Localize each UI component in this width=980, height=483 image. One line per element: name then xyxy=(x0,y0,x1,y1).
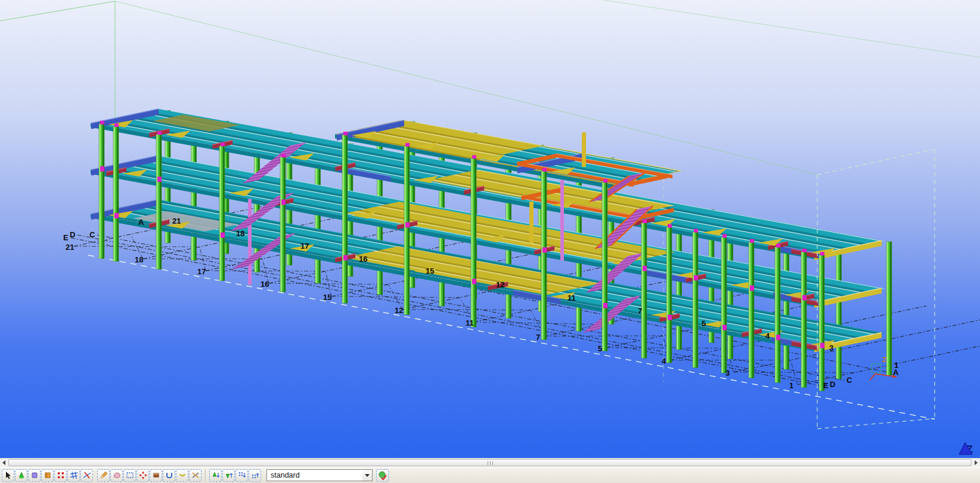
select-assemblies-down-icon xyxy=(211,470,221,480)
horizontal-scrollbar[interactable] xyxy=(0,458,980,467)
combobox-dropdown-button[interactable] xyxy=(362,470,372,481)
select-views-icon xyxy=(125,470,135,480)
select-objects-down-button[interactable] xyxy=(235,469,248,482)
select-all-button[interactable] xyxy=(2,469,14,482)
select-assemblies-up-icon xyxy=(224,470,234,480)
grid-label: D xyxy=(830,380,835,389)
select-assemblies-down-button[interactable] xyxy=(209,469,222,482)
select-objects-down-icon xyxy=(237,470,247,480)
grid-label: 11 xyxy=(567,293,576,302)
select-objects-up-icon xyxy=(250,470,260,480)
select-components-icon xyxy=(30,470,39,480)
scroll-left-button[interactable] xyxy=(0,459,8,467)
select-assemblies-icon xyxy=(43,470,52,480)
grid-label: D xyxy=(70,230,75,239)
selection-filter-button[interactable] xyxy=(376,469,389,482)
grid-label: 12 xyxy=(496,280,504,289)
selection-switches-strip xyxy=(2,469,262,482)
selection-filter-combobox[interactable]: standard xyxy=(266,469,373,481)
grid-label: C xyxy=(846,376,852,385)
grid-label: 7 xyxy=(638,306,642,315)
grid-label: 11 xyxy=(466,318,474,327)
grid-label: 4 xyxy=(662,357,666,366)
select-reinforcing-bars-icon xyxy=(178,470,187,480)
select-components-button[interactable] xyxy=(28,469,41,482)
scrollbar-grip-icon xyxy=(488,461,493,465)
select-reinforcing-bars-button[interactable] xyxy=(176,469,188,482)
grid-label: 15 xyxy=(323,293,331,302)
grid-label: 21 xyxy=(172,216,181,225)
selection-filter-icon xyxy=(378,470,387,480)
select-assemblies-up-button[interactable] xyxy=(222,469,235,482)
select-all-icon xyxy=(4,470,13,480)
grid-label: 17 xyxy=(197,267,206,276)
select-parts-icon xyxy=(17,470,26,480)
scroll-left-arrow-icon xyxy=(2,460,5,465)
grid-label: C xyxy=(89,230,95,239)
select-welds-icon xyxy=(165,470,174,480)
select-objects-up-button[interactable] xyxy=(249,469,261,482)
select-points-icon xyxy=(56,470,66,480)
grid-label: 21 xyxy=(66,243,74,252)
grid-label: 15 xyxy=(426,267,434,275)
tekla-window: 21181716151211754312118171615121175431ED… xyxy=(0,0,980,483)
grid-label: A xyxy=(138,218,144,227)
select-assemblies-button[interactable] xyxy=(41,469,54,482)
grid-label: 4 xyxy=(765,332,770,340)
grid-label: 17 xyxy=(300,242,309,250)
select-fittings-icon xyxy=(138,470,148,480)
select-surfaces-icon xyxy=(112,470,122,480)
grid-label: 5 xyxy=(598,344,602,353)
scroll-right-arrow-icon xyxy=(975,460,978,465)
select-grid-lines-button[interactable] xyxy=(80,469,93,482)
select-views-button[interactable] xyxy=(123,469,136,482)
select-grids-button[interactable] xyxy=(67,469,80,482)
grid-label: 12 xyxy=(395,306,403,315)
grid-label: 3 xyxy=(829,343,833,352)
scrollbar-track[interactable] xyxy=(8,459,972,467)
grid-label: 16 xyxy=(260,280,269,289)
select-cuts-icon xyxy=(99,470,108,480)
select-grid-lines-icon xyxy=(82,470,92,480)
grid-label: 7 xyxy=(536,333,540,342)
selection-filter-slot xyxy=(376,469,389,482)
grid-label: 5 xyxy=(702,319,706,328)
select-cuts-button[interactable] xyxy=(97,469,110,482)
scroll-right-button[interactable] xyxy=(972,459,980,467)
grid-label: E xyxy=(63,233,69,242)
chevron-down-icon xyxy=(365,474,370,477)
select-points-button[interactable] xyxy=(54,469,67,482)
select-fittings-button[interactable] xyxy=(137,469,149,482)
work-plane-z-label: Z xyxy=(882,356,886,363)
grid-label: 3 xyxy=(725,369,730,377)
grid-label: 18 xyxy=(236,229,244,238)
select-grids-icon xyxy=(69,470,79,480)
select-bolts-icon xyxy=(191,470,200,480)
select-parts-button[interactable] xyxy=(15,469,27,482)
select-connections-icon xyxy=(151,470,161,480)
selection-toolbar: standard xyxy=(0,467,980,483)
grid-label: 16 xyxy=(359,255,367,264)
select-welds-button[interactable] xyxy=(163,469,175,482)
select-surfaces-button[interactable] xyxy=(110,469,123,482)
select-bolts-button[interactable] xyxy=(189,469,201,482)
grid-label: 18 xyxy=(135,255,143,264)
selection-filter-value: standard xyxy=(271,471,362,479)
grid-label: E xyxy=(823,381,829,390)
model-viewport[interactable]: 21181716151211754312118171615121175431ED… xyxy=(0,0,980,458)
grid-label: 1 xyxy=(789,381,793,390)
scrollbar-thumb[interactable] xyxy=(8,459,972,466)
select-connections-button[interactable] xyxy=(150,469,162,482)
